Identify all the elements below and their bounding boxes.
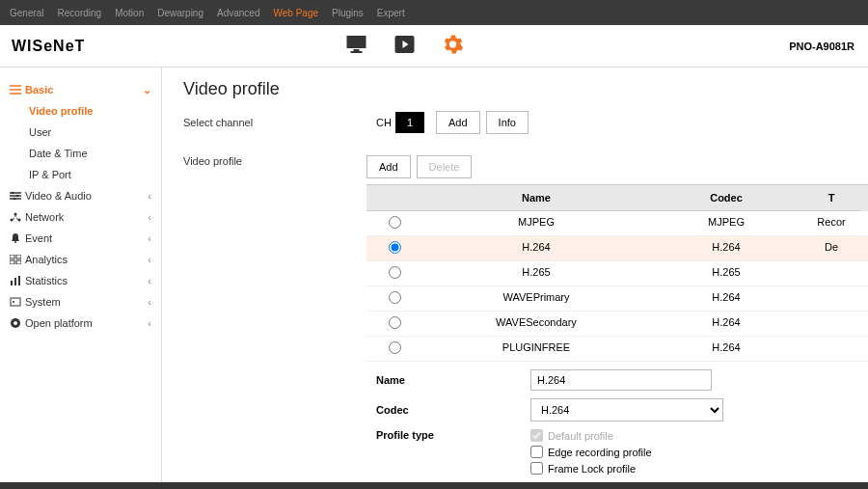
tab-webpage[interactable]: Web Page — [273, 8, 318, 18]
tab-general[interactable]: General — [10, 8, 44, 18]
svg-rect-15 — [11, 281, 13, 285]
monitor-icon[interactable] — [346, 35, 367, 58]
table-row[interactable]: H.264H.264De — [366, 236, 868, 261]
table-row[interactable]: MJPEGMJPEGRecor — [366, 211, 868, 236]
sidebar-label: Event — [25, 232, 52, 244]
sidebar-item-user[interactable]: User — [0, 122, 161, 143]
profile-radio[interactable] — [389, 341, 401, 354]
sidebar-group-openplatform[interactable]: Open platform ‹ — [0, 312, 161, 334]
sidebar-label: Video & Audio — [25, 190, 92, 202]
tab-expert[interactable]: Expert — [377, 8, 405, 18]
svg-rect-2 — [351, 51, 363, 53]
profile-codec-cell: H.264 — [650, 286, 802, 311]
tab-plugins[interactable]: Plugins — [332, 8, 364, 18]
sidebar-group-network[interactable]: Network ‹ — [0, 206, 161, 228]
gear-icon[interactable] — [443, 34, 464, 59]
svg-rect-1 — [354, 49, 360, 51]
table-header-t: T — [802, 185, 860, 211]
profile-name-cell: MJPEG — [422, 211, 650, 235]
table-row[interactable]: PLUGINFREEH.264 — [366, 337, 868, 362]
sidebar-group-videoaudio[interactable]: Video & Audio ‹ — [0, 185, 161, 206]
play-icon[interactable] — [394, 35, 416, 58]
svg-point-10 — [14, 241, 16, 243]
profile-codec-cell: MJPEG — [650, 211, 802, 235]
sidebar-item-ipport[interactable]: IP & Port — [0, 164, 161, 185]
table-row[interactable]: WAVESecondaryH.264 — [366, 312, 868, 337]
name-field-label: Name — [376, 374, 530, 386]
svg-rect-18 — [11, 298, 20, 306]
profiletype-label: Profile type — [376, 429, 530, 441]
model-label: PNO-A9081R — [789, 41, 854, 52]
header-bar: WISeNeT PNO-A9081R — [0, 25, 868, 68]
add-channel-button[interactable]: Add — [436, 111, 480, 134]
chevron-down-icon: ⌄ — [143, 84, 151, 96]
svg-point-19 — [13, 301, 14, 303]
framelock-checkbox[interactable] — [530, 462, 543, 475]
table-row[interactable]: H.265H.265 — [366, 261, 868, 286]
sliders-icon — [10, 191, 25, 201]
statistics-icon — [10, 276, 25, 285]
select-channel-label: Select channel — [183, 117, 376, 128]
tab-dewarping[interactable]: Dewarping — [157, 8, 203, 18]
codec-select[interactable]: H.264 — [530, 398, 723, 421]
sidebar-group-analytics[interactable]: Analytics ‹ — [0, 249, 161, 270]
openplatform-icon — [10, 317, 25, 329]
sidebar-label: System — [25, 296, 61, 308]
name-input[interactable] — [530, 369, 712, 391]
profile-radio[interactable] — [389, 266, 401, 279]
info-button[interactable]: Info — [486, 111, 529, 134]
table-row[interactable]: WAVEPrimaryH.264 — [366, 286, 868, 312]
table-header-radio — [366, 185, 422, 211]
profile-radio[interactable] — [389, 291, 401, 304]
profile-name-cell: WAVEPrimary — [422, 286, 650, 311]
chevron-left-icon: ‹ — [148, 190, 151, 202]
svg-rect-16 — [14, 278, 16, 285]
add-profile-button[interactable]: Add — [366, 155, 411, 178]
tab-advanced[interactable]: Advanced — [217, 8, 259, 18]
profile-radio[interactable] — [389, 316, 401, 329]
table-header-name: Name — [422, 185, 650, 211]
profile-name-cell: PLUGINFREE — [422, 337, 650, 361]
ch-number[interactable]: 1 — [395, 112, 424, 133]
delete-profile-button[interactable]: Delete — [417, 155, 473, 178]
profile-t-cell — [802, 312, 860, 336]
tab-recording[interactable]: Recording — [58, 8, 102, 18]
sidebar-group-event[interactable]: Event ‹ — [0, 228, 161, 249]
top-tabs-bar: General Recording Motion Dewarping Advan… — [0, 0, 868, 25]
analytics-icon — [10, 255, 25, 264]
sidebar-label: Statistics — [25, 275, 68, 286]
chevron-left-icon: ‹ — [148, 254, 151, 265]
profile-codec-cell: H.264 — [650, 312, 802, 336]
sidebar-group-basic[interactable]: Basic ⌄ — [0, 79, 161, 100]
bottom-bar — [0, 482, 868, 489]
sidebar-item-video-profile[interactable]: Video profile — [0, 100, 161, 122]
menu-icon — [10, 85, 25, 95]
svg-rect-11 — [10, 255, 14, 258]
default-profile-label: Default profile — [548, 430, 613, 442]
sidebar-group-statistics[interactable]: Statistics ‹ — [0, 270, 161, 291]
sidebar-group-system[interactable]: System ‹ — [0, 291, 161, 312]
svg-point-21 — [14, 321, 17, 325]
framelock-label: Frame Lock profile — [548, 463, 636, 475]
profile-codec-cell: H.264 — [650, 337, 802, 361]
profile-name-cell: WAVESecondary — [422, 312, 650, 336]
table-header-codec: Codec — [650, 185, 802, 211]
svg-point-4 — [12, 192, 14, 195]
profile-t-cell: De — [802, 236, 860, 260]
profile-t-cell — [802, 261, 860, 285]
chevron-left-icon: ‹ — [148, 317, 151, 329]
edge-recording-checkbox[interactable] — [530, 446, 543, 458]
tab-motion[interactable]: Motion — [115, 8, 144, 18]
svg-rect-14 — [16, 260, 21, 264]
profile-radio[interactable] — [389, 241, 401, 254]
sidebar: Basic ⌄ Video profile User Date & Time I… — [0, 68, 162, 489]
profile-t-cell — [802, 286, 860, 311]
sidebar-item-datetime[interactable]: Date & Time — [0, 143, 161, 164]
svg-rect-12 — [16, 255, 21, 258]
svg-rect-13 — [10, 260, 14, 264]
svg-point-6 — [14, 198, 16, 201]
chevron-left-icon: ‹ — [148, 232, 151, 244]
profile-radio[interactable] — [389, 216, 401, 229]
ch-label: CH — [376, 117, 392, 128]
sidebar-label: Analytics — [25, 254, 68, 265]
